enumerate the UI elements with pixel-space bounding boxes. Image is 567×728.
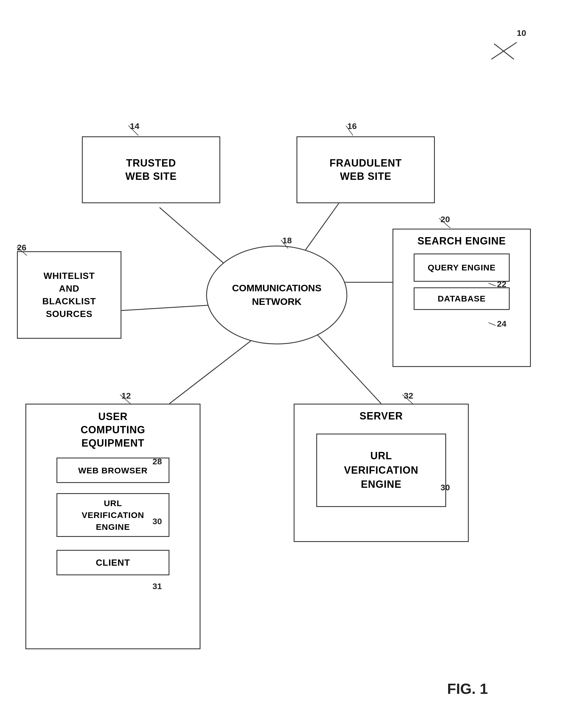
url-verification-engine-client-label: URL VERIFICATION ENGINE: [82, 497, 144, 533]
server-box: SERVER URL VERIFICATION ENGINE: [294, 404, 469, 542]
ref-30-server: 30: [441, 483, 450, 492]
svg-line-16: [402, 395, 414, 405]
ref-30-client: 30: [152, 517, 162, 526]
whitelist-blacklist-label: WHITELIST AND BLACKLIST SOURCES: [42, 270, 96, 320]
trusted-web-site-label: TRUSTED WEB SITE: [125, 157, 177, 183]
server-label: SERVER: [360, 410, 403, 423]
svg-line-11: [281, 240, 288, 248]
user-computing-box: USER COMPUTING EQUIPMENT WEB BROWSER URL…: [25, 404, 200, 649]
svg-line-7: [491, 42, 517, 59]
svg-line-10: [17, 247, 27, 255]
ref-20-line: [438, 217, 458, 231]
svg-line-15: [120, 395, 131, 405]
ref-14-line: [127, 124, 150, 138]
communications-network-ellipse: COMMUNICATIONS NETWORK: [206, 246, 347, 344]
ref-18-line: [279, 239, 297, 250]
database-label: DATABASE: [438, 293, 486, 304]
ref-31: 31: [152, 581, 162, 591]
url-verification-engine-server-box: URL VERIFICATION ENGINE: [316, 434, 446, 507]
client-label: CLIENT: [96, 557, 130, 569]
svg-line-2: [121, 305, 214, 311]
diagram: 10 TRUSTED WEB SITE 14 FRAUDULENT WEB SI…: [0, 0, 567, 728]
search-engine-label: SEARCH ENGINE: [417, 235, 506, 248]
ref-24-line: [487, 321, 501, 330]
query-engine-label: QUERY ENGINE: [428, 262, 496, 273]
whitelist-blacklist-box: WHITELIST AND BLACKLIST SOURCES: [17, 251, 121, 339]
svg-line-14: [489, 323, 496, 325]
query-engine-box: QUERY ENGINE: [414, 253, 510, 282]
fig-label: FIG. 1: [447, 680, 488, 703]
ref-26-line: [16, 246, 32, 257]
url-verification-engine-client-box: URL VERIFICATION ENGINE: [56, 493, 169, 537]
ref-12-line: [119, 393, 138, 407]
ref-28: 28: [152, 457, 162, 466]
svg-line-12: [439, 218, 450, 228]
svg-line-13: [489, 283, 496, 286]
fraudulent-web-site-box: FRAUDULENT WEB SITE: [297, 136, 435, 203]
svg-line-5: [311, 327, 381, 404]
svg-line-8: [128, 126, 138, 135]
svg-line-9: [346, 126, 353, 135]
client-box: CLIENT: [56, 550, 169, 575]
ref-32-line: [401, 393, 421, 407]
url-verification-engine-server-label: URL VERIFICATION ENGINE: [344, 449, 418, 491]
fraudulent-web-site-label: FRAUDULENT WEB SITE: [330, 157, 402, 183]
search-engine-box: SEARCH ENGINE QUERY ENGINE DATABASE: [393, 229, 531, 367]
web-browser-label: WEB BROWSER: [78, 465, 148, 476]
database-box: DATABASE: [414, 287, 510, 310]
ref-22-line: [487, 282, 501, 290]
user-computing-label: USER COMPUTING EQUIPMENT: [81, 410, 145, 450]
ref-10-arrow: [474, 40, 531, 68]
ref-16-line: [345, 124, 367, 138]
communications-network-label: COMMUNICATIONS NETWORK: [232, 281, 322, 308]
ref-10: 10: [517, 28, 526, 38]
trusted-web-site-box: TRUSTED WEB SITE: [82, 136, 220, 203]
